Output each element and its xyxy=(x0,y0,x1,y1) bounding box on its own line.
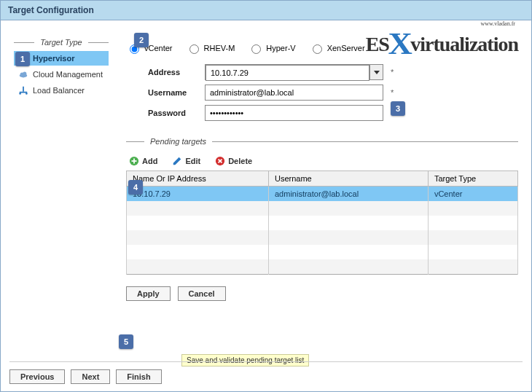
callout-2: 2 xyxy=(134,33,149,47)
col-address[interactable]: Name Or IP Address xyxy=(127,171,269,187)
edit-button[interactable]: Edit xyxy=(172,156,200,166)
radio-xenserver[interactable]: XenServer xyxy=(309,42,365,54)
main-panel: vCenter RHEV-M Hyper-V XenServer Address… xyxy=(126,35,518,301)
table-row[interactable] xyxy=(127,259,518,275)
radio-hyper-v[interactable]: Hyper-V xyxy=(248,42,295,54)
table-cell xyxy=(127,201,269,216)
table-cell xyxy=(127,216,269,230)
window-title: Target Configuration xyxy=(1,1,531,20)
delete-icon xyxy=(215,156,225,166)
svg-rect-12 xyxy=(132,160,137,162)
next-button[interactable]: Next xyxy=(71,369,110,384)
edit-icon xyxy=(172,156,182,166)
radio-rhev-m[interactable]: RHEV-M xyxy=(186,42,235,54)
svg-point-8 xyxy=(26,93,28,95)
table-cell xyxy=(428,259,517,275)
table-row[interactable] xyxy=(127,245,518,259)
previous-button[interactable]: Previous xyxy=(9,369,65,384)
table-cell: 10.10.7.29 xyxy=(127,187,269,202)
svg-marker-9 xyxy=(374,71,380,74)
svg-rect-5 xyxy=(23,87,24,92)
apply-tooltip: Save and validate pending target list xyxy=(181,354,309,366)
username-label: Username xyxy=(148,88,197,97)
add-button[interactable]: Add xyxy=(129,156,157,166)
table-cell xyxy=(268,201,428,216)
sidebar-item-label: Hypervisor xyxy=(33,54,74,63)
table-cell: vCenter xyxy=(428,187,517,202)
table-cell xyxy=(268,259,428,275)
table-cell xyxy=(268,230,428,245)
pending-targets-table[interactable]: Name Or IP Address Username Target Type … xyxy=(126,170,518,275)
table-row[interactable] xyxy=(127,230,518,245)
brand-logo: www.vladan.fr ESXvirtualization xyxy=(366,23,518,58)
required-indicator: * xyxy=(391,88,394,97)
sidebar-heading: Target Type xyxy=(14,38,109,47)
callout-5: 5 xyxy=(119,334,133,349)
radio-vcenter[interactable]: vCenter xyxy=(126,42,173,54)
table-cell xyxy=(428,216,517,230)
sidebar-item-label: Load Balancer xyxy=(33,86,85,95)
sidebar: Target Type Hypervisor Cloud Management … xyxy=(14,35,109,301)
add-icon xyxy=(129,156,139,166)
chevron-down-icon[interactable] xyxy=(369,65,383,79)
address-label: Address xyxy=(148,68,197,77)
svg-point-7 xyxy=(19,93,21,95)
table-cell: administrator@lab.local xyxy=(268,187,428,202)
col-username[interactable]: Username xyxy=(268,171,428,187)
cancel-button[interactable]: Cancel xyxy=(178,286,226,301)
divider xyxy=(9,361,523,362)
brand-url: www.vladan.fr xyxy=(481,20,515,27)
table-row[interactable]: 10.10.7.29administrator@lab.localvCenter xyxy=(127,187,518,202)
sidebar-item-label: Cloud Management xyxy=(33,70,103,79)
table-cell xyxy=(268,245,428,259)
cloud-icon xyxy=(18,69,28,79)
apply-button[interactable]: Apply xyxy=(126,286,171,301)
table-cell xyxy=(127,259,269,275)
sidebar-item-load-balancer[interactable]: Load Balancer xyxy=(14,83,109,98)
callout-4: 4 xyxy=(128,180,143,195)
svg-point-4 xyxy=(23,72,26,76)
table-cell xyxy=(268,216,428,230)
table-cell xyxy=(127,245,269,259)
table-cell xyxy=(127,230,269,245)
balance-icon xyxy=(18,85,28,95)
address-combobox[interactable] xyxy=(205,64,383,80)
table-row[interactable] xyxy=(127,201,518,216)
callout-3: 3 xyxy=(391,101,405,116)
sidebar-item-cloud-management[interactable]: Cloud Management xyxy=(14,67,109,82)
table-cell xyxy=(428,230,517,245)
table-cell xyxy=(428,245,517,259)
col-target-type[interactable]: Target Type xyxy=(428,171,517,187)
svg-marker-13 xyxy=(173,157,181,165)
wizard-footer: Previous Next Finish xyxy=(9,369,162,384)
table-row[interactable] xyxy=(127,216,518,230)
finish-button[interactable]: Finish xyxy=(116,369,161,384)
username-input[interactable] xyxy=(205,85,383,101)
address-input[interactable] xyxy=(206,65,369,81)
pending-action-bar: Add Edit Delete xyxy=(126,152,518,170)
svg-rect-6 xyxy=(20,92,28,93)
required-indicator: * xyxy=(391,68,394,77)
delete-button[interactable]: Delete xyxy=(215,156,252,166)
password-input[interactable] xyxy=(205,105,383,121)
callout-1: 1 xyxy=(15,52,30,66)
pending-targets-heading: Pending targets xyxy=(126,137,518,146)
table-cell xyxy=(428,201,517,216)
password-label: Password xyxy=(148,109,197,117)
